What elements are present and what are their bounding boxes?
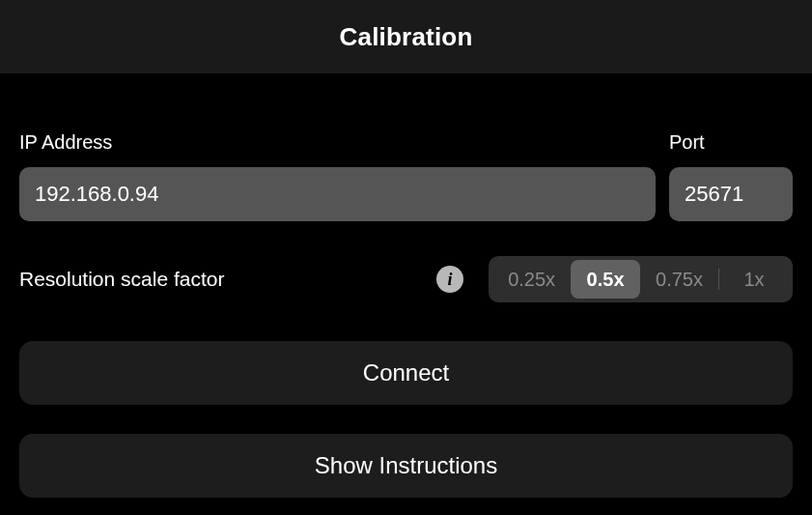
ip-input[interactable]	[19, 167, 656, 221]
port-input[interactable]	[669, 167, 793, 221]
resolution-scale-row: Resolution scale factor i 0.25x 0.5x 0.7…	[19, 256, 793, 302]
scale-option-0-5x[interactable]: 0.5x	[571, 260, 640, 299]
content-area: IP Address Port Resolution scale factor …	[0, 73, 812, 498]
page-title: Calibration	[340, 22, 473, 52]
info-icon[interactable]: i	[436, 266, 463, 293]
resolution-scale-segmented: 0.25x 0.5x 0.75x 1x	[489, 256, 793, 302]
port-field-group: Port	[669, 131, 793, 221]
connection-fields: IP Address Port	[19, 131, 793, 221]
header-bar: Calibration	[0, 0, 812, 73]
port-label: Port	[669, 131, 793, 154]
scale-option-1x[interactable]: 1x	[719, 260, 789, 299]
scale-option-0-25x[interactable]: 0.25x	[492, 260, 571, 299]
show-instructions-button[interactable]: Show Instructions	[19, 434, 793, 498]
ip-field-group: IP Address	[19, 131, 656, 221]
connect-button[interactable]: Connect	[19, 341, 793, 405]
scale-option-0-75x[interactable]: 0.75x	[640, 260, 718, 299]
ip-label: IP Address	[19, 131, 656, 154]
resolution-scale-label: Resolution scale factor	[19, 268, 421, 291]
